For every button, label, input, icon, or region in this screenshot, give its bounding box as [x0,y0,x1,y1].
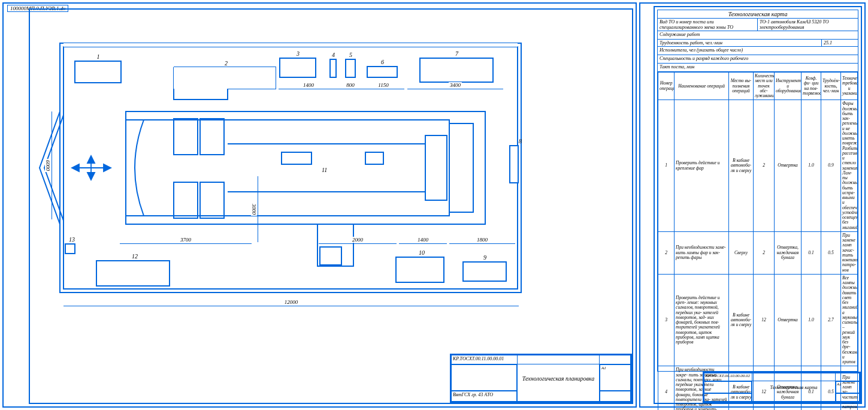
drawing-frame: 12345678910111213 1400800115034003700200… [29,8,633,404]
dim-h-3400: 3400 [407,89,503,95]
dim-h-1400: 1400 [279,89,338,95]
dim-h-2000: 2000 [319,243,397,250]
dim-h-800: 800 [338,89,362,95]
equip-9 [462,261,507,282]
op-num: 3 [658,274,675,366]
svg-rect-5 [174,119,198,155]
op-qty: 12 [754,274,775,366]
tc-h6: Такт поста, мин [658,64,858,72]
op-req: При замене ламп зачис- тить контакты пат… [841,231,858,274]
dim-v-3000: 3000 [258,176,264,242]
sheet-techcard: Технологическая карта Вид ТО и номер пос… [639,2,866,408]
op-trud: 0.5 [821,231,841,274]
th-place: Место вы- полнения операций [729,73,754,100]
dim-h-1150: 1150 [362,89,404,95]
svg-rect-6 [174,182,198,218]
svg-rect-2 [63,43,518,47]
svg-rect-7 [200,119,224,155]
tc-h3r: 25.1 [822,40,858,46]
svg-rect-3 [126,111,485,224]
svg-marker-21 [87,156,95,163]
dim-h-12000: 12000 [63,306,519,312]
equip-4 [329,59,337,78]
equip-12 [96,260,170,287]
dim-v-6000: 6000 [52,111,58,219]
equip-10 [395,257,444,283]
operations-table: Номер операции Наименование операций Мес… [658,72,858,410]
tc-h4: Исполнители, чел (указать общее число) [658,47,858,55]
equip-1 [74,61,122,83]
equip-5 [345,59,356,78]
svg-rect-9 [449,123,473,212]
dim-h-3700: 3700 [120,243,252,250]
plan-drawing: 12345678910111213 1400800115034003700200… [36,22,539,303]
equip-8 [509,145,519,183]
svg-marker-18 [72,164,79,171]
op-row: 2При необходимости заме- нить лампы фар … [658,231,858,274]
svg-rect-14 [365,152,383,164]
op-num: 1 [658,100,675,232]
op-tool: Отвертка [775,100,802,232]
th-tool: Инструмент и оборудование [775,73,802,100]
op-name: При необходимости заме- нить лампы фар и… [675,231,729,274]
op-trud: 0.9 [821,100,841,232]
svg-marker-22 [87,173,95,180]
tc-h5: Специальность и разряд каждого рабочего [658,55,858,64]
op-place: В кабине автомоби- ля и сверху [729,100,754,232]
title-block-right: КР.ТОСХТ.00.10.00.00.02 Технологическая … [703,372,861,403]
op-tool: Отвертка, наждачная бумага [775,231,802,274]
op-row: 1Проверить действие и крепление фарВ каб… [658,100,858,232]
svg-rect-13 [282,152,311,164]
op-row: 3Проверить действие и креп- ление: звуко… [658,274,858,366]
th-trud: Трудоём- кость, чел.-мин [821,73,841,100]
tc-title: Технологическая карта [658,10,858,19]
svg-rect-8 [200,182,224,218]
techcard-frame: Технологическая карта Вид ТО и номер пос… [654,6,862,404]
dim-h-1400: 1400 [399,243,447,250]
tc-h3l: Трудоемкость работ, чел.-мин [658,40,822,46]
th-name: Наименование операций [675,73,729,100]
op-qty: 2 [754,100,775,232]
op-name: Проверить действие и креп- ление: звуков… [675,274,729,366]
equip-13 [65,243,75,254]
op-place: Сверху [729,231,754,274]
op-tool: Отвертка [775,274,802,366]
th-num: Номер операции [658,73,675,100]
svg-marker-19 [104,164,111,171]
tbm-title: Технологическая карта [752,373,836,402]
op-coef: 0.1 [802,231,821,274]
op-coef: 1.0 [802,100,821,232]
op-req: Все лампы должны давать свет без миганий… [841,274,858,366]
equip-2 [174,67,276,89]
th-req: Технические требования и указания [841,73,858,100]
op-name: Проверить действие и крепление фар [675,100,729,232]
tech-card: Технологическая карта Вид ТО и номер пос… [657,10,858,372]
th-qty: Количество мест или точек обс- луживания [754,73,775,100]
title-block: КР.ТОСХТ.00.11.00.00.01 Технологическая … [450,354,632,403]
op-qty: 2 [754,231,775,274]
op-req: Фары должны быть зак- реплены и не должн… [841,100,858,232]
op-place: В кабине автомоби- ля и сверху [729,274,754,366]
tb-title: Технологическая планировка [517,355,600,402]
op-coef: 1.0 [802,274,821,366]
th-coef: Коэф. фи- ции на пов- торяемость [802,73,821,100]
tc-h1r: ТО-1 автомобиля КамАЗ 5320 ТО электрообо… [758,19,858,31]
op-trud: 2.7 [821,274,841,366]
op-num: 2 [658,231,675,274]
equip-11 [317,174,326,179]
dim-h-1800: 1800 [449,243,515,250]
sheet-plan: 100000МП.0.П.УЗВ.1.dx [2,2,637,408]
svg-rect-10 [425,135,447,200]
tc-h1l: Вид ТО и номер поста или специализирован… [658,19,758,31]
equip-3 [279,58,316,78]
tb-school: ВятГСХ гр. 43 АТО [451,391,517,402]
equip-7 [419,58,494,83]
op-num: 4 [658,366,675,410]
tc-h2: Содержание работ [658,31,858,40]
equip-6 [367,66,398,78]
